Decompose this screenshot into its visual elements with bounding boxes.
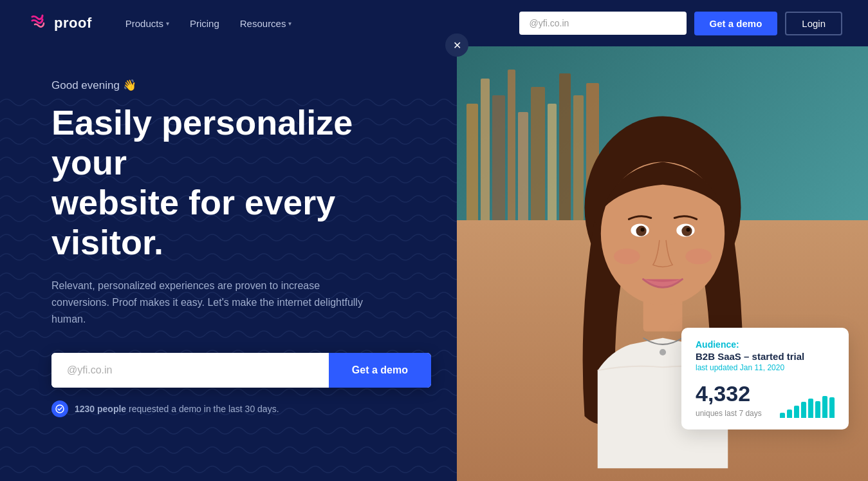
bar-item (808, 399, 813, 418)
bar-item (787, 410, 792, 418)
nav-links: Products ▾ Pricing Resources ▾ (118, 13, 519, 34)
audience-count: 4,332 (696, 381, 762, 406)
main-content: Good evening 👋 Easily personalize your w… (0, 46, 868, 481)
pricing-label: Pricing (190, 18, 219, 29)
proof-icon (51, 401, 68, 417)
nav-products[interactable]: Products ▾ (118, 13, 177, 34)
proof-text: 1230 people requested a demo in the last… (75, 404, 279, 414)
nav-pricing[interactable]: Pricing (182, 13, 227, 34)
logo-text: proof (54, 15, 92, 32)
hero-email-form: Get a demo (51, 353, 431, 388)
chevron-down-icon: ▾ (166, 20, 169, 27)
audience-number: 4,332 (696, 381, 750, 406)
close-button[interactable]: ✕ (445, 33, 468, 57)
audience-date: last updated Jan 11, 2020 (696, 363, 835, 372)
logo[interactable]: proof (26, 12, 92, 35)
nav-email-input[interactable] (519, 12, 687, 35)
audience-label: Audience: (696, 339, 835, 350)
chevron-down-icon-resources: ▾ (288, 20, 291, 27)
hero-title-line2: website for every visitor. (51, 183, 335, 261)
hero-title-line1: Easily personalize your (51, 103, 353, 182)
social-proof: 1230 people requested a demo in the last… (51, 401, 431, 417)
nav-resources[interactable]: Resources ▾ (232, 13, 300, 34)
audience-uniques: uniques last 7 days (696, 409, 762, 418)
svg-point-9 (640, 227, 644, 231)
bar-item (822, 396, 827, 418)
resources-label: Resources (240, 18, 286, 29)
bar-item (829, 397, 835, 418)
svg-point-10 (686, 227, 690, 231)
bar-item (801, 402, 806, 418)
hero-subtitle: Relevant, personalized experiences are p… (51, 278, 373, 327)
nav-demo-button[interactable]: Get a demo (694, 12, 778, 35)
nav-login-button[interactable]: Login (785, 12, 842, 35)
hero-email-input[interactable] (51, 353, 329, 388)
products-label: Products (125, 18, 163, 29)
svg-point-11 (614, 249, 640, 264)
logo-icon (26, 12, 49, 35)
navbar: proof Products ▾ Pricing Resources ▾ Get… (0, 0, 868, 46)
greeting-text: Good evening 👋 (51, 79, 431, 92)
hero-title: Easily personalize your website for ever… (51, 102, 431, 262)
hero-right: Audience: B2B SaaS – started trial last … (457, 46, 868, 481)
audience-card: Audience: B2B SaaS – started trial last … (681, 328, 849, 429)
bar-item (794, 406, 799, 418)
proof-count: 1230 people (75, 404, 126, 414)
mini-bar-chart (780, 395, 835, 418)
audience-segment: B2B SaaS – started trial (696, 351, 835, 362)
audience-bottom: 4,332 uniques last 7 days (696, 381, 835, 418)
proof-detail: requested a demo in the last 30 days. (129, 404, 279, 414)
nav-right: Get a demo Login (519, 12, 842, 35)
svg-point-12 (685, 249, 712, 264)
svg-point-13 (659, 348, 665, 355)
hero-demo-button[interactable]: Get a demo (329, 353, 431, 388)
bar-item (780, 413, 785, 418)
audience-stats: 4,332 uniques last 7 days (696, 381, 762, 418)
bar-item (815, 401, 820, 418)
hero-left: Good evening 👋 Easily personalize your w… (0, 46, 457, 481)
